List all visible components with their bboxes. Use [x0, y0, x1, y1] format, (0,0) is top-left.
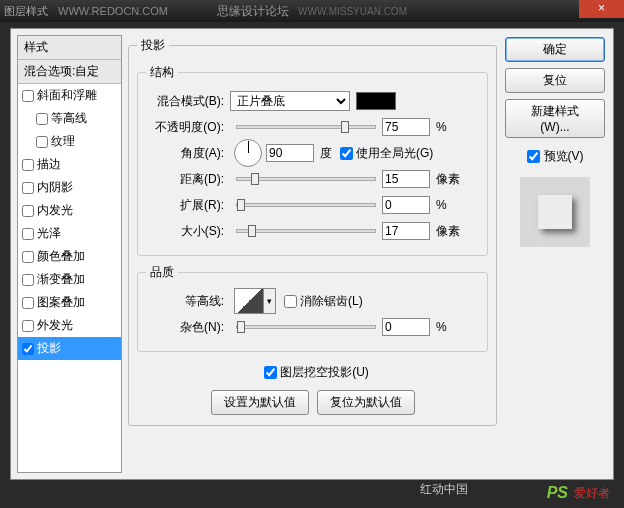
window-title: 图层样式	[4, 4, 48, 19]
distance-row: 距离(D): 像素	[146, 167, 479, 191]
distance-label: 距离(D):	[146, 171, 224, 188]
quality-legend: 品质	[146, 264, 178, 281]
shadow-color-swatch[interactable]	[356, 92, 396, 110]
sidebar-item-texture[interactable]: 纹理	[18, 130, 121, 153]
noise-row: 杂色(N): %	[146, 315, 479, 339]
contour-checkbox[interactable]	[36, 113, 48, 125]
footer-watermark: PS 爱好者	[547, 484, 610, 502]
stroke-checkbox[interactable]	[22, 159, 34, 171]
panel-title: 投影	[137, 37, 169, 54]
blend-mode-label: 混合模式(B):	[146, 93, 224, 110]
titlebar: 图层样式 WWW.REDOCN.COM 思缘设计论坛 WWW.MISSYUAN.…	[0, 0, 624, 22]
ps-fan-text: 爱好者	[574, 485, 610, 502]
distance-input[interactable]	[382, 170, 430, 188]
knockout-checkbox[interactable]	[264, 366, 277, 379]
gradient-overlay-checkbox[interactable]	[22, 274, 34, 286]
default-buttons-row: 设置为默认值 复位为默认值	[137, 390, 488, 415]
satin-checkbox[interactable]	[22, 228, 34, 240]
size-row: 大小(S): 像素	[146, 219, 479, 243]
sidebar-header[interactable]: 样式	[18, 36, 121, 60]
sidebar-item-inner-shadow[interactable]: 内阴影	[18, 176, 121, 199]
noise-input[interactable]	[382, 318, 430, 336]
contour-row: 等高线: ▾ 消除锯齿(L)	[146, 289, 479, 313]
angle-label: 角度(A):	[146, 145, 224, 162]
color-overlay-checkbox[interactable]	[22, 251, 34, 263]
sidebar-item-contour[interactable]: 等高线	[18, 107, 121, 130]
distance-slider[interactable]	[236, 177, 376, 181]
sidebar-item-bevel[interactable]: 斜面和浮雕	[18, 84, 121, 107]
make-default-button[interactable]: 设置为默认值	[211, 390, 309, 415]
opacity-row: 不透明度(O): %	[146, 115, 479, 139]
distance-unit: 像素	[436, 171, 460, 188]
spread-row: 扩展(R): %	[146, 193, 479, 217]
angle-dial[interactable]	[234, 139, 262, 167]
knockout-row: 图层挖空投影(U)	[137, 360, 488, 384]
ok-button[interactable]: 确定	[505, 37, 605, 62]
opacity-unit: %	[436, 120, 447, 134]
knockout-label: 图层挖空投影(U)	[280, 364, 369, 381]
angle-unit: 度	[320, 145, 332, 162]
right-column: 确定 复位 新建样式(W)... 预览(V)	[503, 29, 613, 479]
inner-shadow-checkbox[interactable]	[22, 182, 34, 194]
opacity-label: 不透明度(O):	[146, 119, 224, 136]
sidebar-item-drop-shadow[interactable]: 投影	[18, 337, 121, 360]
reset-default-button[interactable]: 复位为默认值	[317, 390, 415, 415]
sidebar-item-inner-glow[interactable]: 内发光	[18, 199, 121, 222]
opacity-input[interactable]	[382, 118, 430, 136]
preview-label: 预览(V)	[544, 148, 584, 165]
spread-slider[interactable]	[236, 203, 376, 207]
spread-unit: %	[436, 198, 447, 212]
size-input[interactable]	[382, 222, 430, 240]
close-button[interactable]: ×	[579, 0, 624, 18]
quality-fieldset: 品质 等高线: ▾ 消除锯齿(L) 杂色(N): %	[137, 264, 488, 352]
preview-thumbnail	[520, 177, 590, 247]
antialias-label: 消除锯齿(L)	[300, 293, 363, 310]
texture-checkbox[interactable]	[36, 136, 48, 148]
watermark-url-1: WWW.REDOCN.COM	[58, 5, 168, 17]
size-slider[interactable]	[236, 229, 376, 233]
preview-checkbox[interactable]	[527, 150, 540, 163]
sidebar-blend-options[interactable]: 混合选项:自定	[18, 60, 121, 84]
pattern-overlay-checkbox[interactable]	[22, 297, 34, 309]
footer-brand: 红动中国	[420, 481, 468, 498]
angle-input[interactable]	[266, 144, 314, 162]
spread-input[interactable]	[382, 196, 430, 214]
drop-shadow-checkbox[interactable]	[22, 343, 34, 355]
structure-legend: 结构	[146, 64, 178, 81]
blend-mode-row: 混合模式(B): 正片叠底	[146, 89, 479, 113]
global-light-checkbox[interactable]	[340, 147, 353, 160]
angle-row: 角度(A): 度 使用全局光(G)	[146, 141, 479, 165]
noise-slider[interactable]	[236, 325, 376, 329]
sidebar-item-outer-glow[interactable]: 外发光	[18, 314, 121, 337]
ps-logo-text: PS	[547, 484, 568, 502]
antialias-checkbox[interactable]	[284, 295, 297, 308]
global-light-label: 使用全局光(G)	[356, 145, 433, 162]
contour-label: 等高线:	[146, 293, 224, 310]
preview-row: 预览(V)	[505, 148, 605, 165]
layer-style-dialog: 样式 混合选项:自定 斜面和浮雕 等高线 纹理 描边 内阴影 内发光 光泽 颜色…	[10, 28, 614, 480]
inner-glow-checkbox[interactable]	[22, 205, 34, 217]
new-style-button[interactable]: 新建样式(W)...	[505, 99, 605, 138]
spread-label: 扩展(R):	[146, 197, 224, 214]
sidebar-item-stroke[interactable]: 描边	[18, 153, 121, 176]
sidebar-item-satin[interactable]: 光泽	[18, 222, 121, 245]
structure-fieldset: 结构 混合模式(B): 正片叠底 不透明度(O): % 角度(A): 度	[137, 64, 488, 256]
contour-dropdown[interactable]: ▾	[264, 288, 276, 314]
size-unit: 像素	[436, 223, 460, 240]
sidebar-item-gradient-overlay[interactable]: 渐变叠加	[18, 268, 121, 291]
opacity-slider[interactable]	[236, 125, 376, 129]
watermark-forum: 思缘设计论坛 WWW.MISSYUAN.COM	[217, 3, 407, 20]
main-panel: 投影 结构 混合模式(B): 正片叠底 不透明度(O): % 角度(A):	[122, 29, 503, 479]
drop-shadow-fieldset: 投影 结构 混合模式(B): 正片叠底 不透明度(O): % 角度(A):	[128, 37, 497, 426]
noise-unit: %	[436, 320, 447, 334]
sidebar-item-color-overlay[interactable]: 颜色叠加	[18, 245, 121, 268]
cancel-button[interactable]: 复位	[505, 68, 605, 93]
sidebar-item-pattern-overlay[interactable]: 图案叠加	[18, 291, 121, 314]
contour-picker[interactable]	[234, 288, 264, 314]
styles-sidebar: 样式 混合选项:自定 斜面和浮雕 等高线 纹理 描边 内阴影 内发光 光泽 颜色…	[17, 35, 122, 473]
size-label: 大小(S):	[146, 223, 224, 240]
blend-mode-select[interactable]: 正片叠底	[230, 91, 350, 111]
bevel-checkbox[interactable]	[22, 90, 34, 102]
outer-glow-checkbox[interactable]	[22, 320, 34, 332]
noise-label: 杂色(N):	[146, 319, 224, 336]
